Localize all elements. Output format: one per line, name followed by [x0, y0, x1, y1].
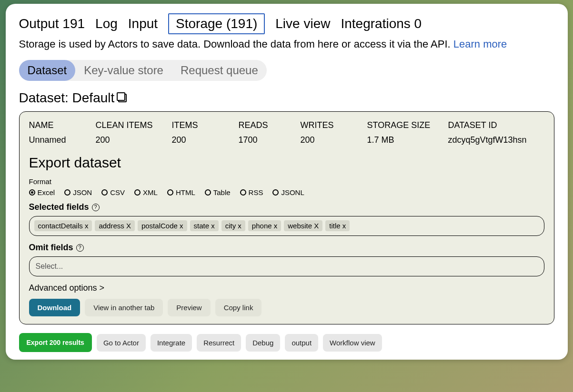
tab-input[interactable]: Input: [128, 16, 158, 31]
omit-fields-box[interactable]: Select...: [29, 256, 544, 276]
stats-hdr-items: ITEMS: [172, 120, 239, 130]
debug-button[interactable]: Debug: [246, 334, 280, 352]
help-icon[interactable]: ?: [92, 204, 100, 211]
description-text: Storage is used by Actors to save data. …: [19, 38, 451, 50]
sub-tab-dataset[interactable]: Dataset: [19, 60, 76, 81]
format-radio-json[interactable]: JSON: [64, 188, 92, 196]
radio-icon: [134, 189, 141, 196]
radio-label: JSONL: [281, 188, 304, 196]
help-icon[interactable]: ?: [76, 244, 84, 252]
storage-description: Storage is used by Actors to save data. …: [19, 38, 554, 50]
format-radio-csv[interactable]: CSV: [101, 188, 125, 196]
tab-log[interactable]: Log: [95, 16, 118, 31]
format-label: Format: [29, 177, 544, 186]
format-radio-table[interactable]: Table: [205, 188, 231, 196]
integrate-button[interactable]: Integrate: [151, 334, 192, 352]
stats-val-items: 200: [172, 135, 239, 145]
radio-icon: [205, 189, 211, 196]
field-chip[interactable]: city x: [221, 220, 245, 231]
preview-button[interactable]: Preview: [168, 299, 210, 316]
stats-hdr-writes: WRITES: [301, 120, 367, 130]
selected-fields-box[interactable]: contactDetails xaddress XpostalCode xsta…: [29, 216, 544, 236]
field-chip[interactable]: address X: [95, 220, 135, 231]
radio-label: Excel: [38, 188, 55, 196]
field-chip[interactable]: contactDetails x: [34, 220, 92, 231]
omit-placeholder: Select...: [34, 261, 539, 272]
format-radios: ExcelJSONCSVXMLHTMLTableRSSJSONL: [29, 188, 544, 196]
download-button[interactable]: Download: [29, 299, 80, 316]
radio-icon: [64, 189, 70, 196]
view-tab-button[interactable]: View in another tab: [85, 299, 163, 316]
storage-sub-tabs: Dataset Key-value store Request queue: [19, 60, 267, 81]
selected-fields-chips: contactDetails xaddress XpostalCode xsta…: [34, 220, 539, 231]
radio-icon: [240, 189, 246, 196]
stats-val-dataset-id: zdcyq5gVtgfW13hsn: [448, 135, 544, 145]
radio-label: HTML: [176, 188, 195, 196]
field-chip[interactable]: postalCode x: [138, 220, 187, 231]
output-button[interactable]: output: [285, 334, 318, 352]
stats-hdr-name: NAME: [29, 120, 96, 130]
copy-link-button[interactable]: Copy link: [215, 299, 262, 316]
export-action-row: Download View in another tab Preview Cop…: [29, 299, 544, 316]
top-tabs: Output 191 Log Input Storage (191) Live …: [19, 13, 554, 34]
stats-val-storage-size: 1.7 MB: [367, 135, 448, 145]
dataset-title-text: Dataset: Default: [19, 90, 115, 106]
omit-fields-text: Omit fields: [29, 243, 73, 253]
export-dataset-title: Export dataset: [29, 155, 544, 171]
sub-tab-kv[interactable]: Key-value store: [75, 60, 172, 81]
stats-val-name: Unnamed: [29, 135, 96, 145]
stats-val-reads: 1700: [239, 135, 301, 145]
radio-label: XML: [143, 188, 158, 196]
stats-hdr-dataset-id: DATASET ID: [448, 120, 544, 130]
learn-more-link[interactable]: Learn more: [453, 38, 507, 50]
radio-icon: [29, 189, 35, 196]
resurrect-button[interactable]: Resurrect: [197, 334, 241, 352]
tab-output[interactable]: Output 191: [19, 16, 85, 31]
field-chip[interactable]: title x: [325, 220, 350, 231]
copy-icon[interactable]: [118, 94, 127, 102]
radio-label: RSS: [249, 188, 263, 196]
field-chip[interactable]: phone x: [248, 220, 281, 231]
tab-integrations[interactable]: Integrations 0: [341, 16, 422, 31]
tab-storage[interactable]: Storage (191): [168, 13, 265, 34]
stats-hdr-reads: READS: [239, 120, 301, 130]
radio-label: Table: [213, 188, 231, 196]
advanced-options-toggle[interactable]: Advanced options >: [29, 283, 544, 293]
tab-liveview[interactable]: Live view: [275, 16, 330, 31]
format-radio-xml[interactable]: XML: [134, 188, 158, 196]
format-radio-jsonl[interactable]: JSONL: [272, 188, 304, 196]
stats-val-writes: 200: [301, 135, 367, 145]
format-radio-html[interactable]: HTML: [167, 188, 195, 196]
dataset-title: Dataset: Default: [19, 90, 554, 106]
radio-icon: [167, 189, 173, 196]
radio-icon: [101, 189, 108, 196]
radio-label: CSV: [110, 188, 125, 196]
stats-hdr-storage-size: STORAGE SIZE: [367, 120, 448, 130]
workflow-view-button[interactable]: Workflow view: [323, 334, 382, 352]
field-chip[interactable]: state x: [190, 220, 219, 231]
field-chip[interactable]: website X: [284, 220, 322, 231]
bottom-action-row: Export 200 results Go to Actor Integrate…: [19, 333, 554, 352]
omit-fields-label: Omit fields ?: [29, 243, 544, 253]
radio-icon: [272, 189, 279, 196]
go-to-actor-button[interactable]: Go to Actor: [97, 334, 146, 352]
dataset-panel: NAME CLEAN ITEMS ITEMS READS WRITES STOR…: [19, 111, 554, 324]
selected-fields-text: Selected fields: [29, 202, 89, 212]
format-radio-rss[interactable]: RSS: [240, 188, 263, 196]
stats-val-clean-items: 200: [96, 135, 172, 145]
selected-fields-label: Selected fields ?: [29, 202, 544, 212]
sub-tab-rq[interactable]: Request queue: [172, 60, 267, 81]
dataset-stats: NAME CLEAN ITEMS ITEMS READS WRITES STOR…: [29, 120, 544, 145]
stats-hdr-clean-items: CLEAN ITEMS: [96, 120, 172, 130]
radio-label: JSON: [73, 188, 92, 196]
format-radio-excel[interactable]: Excel: [29, 188, 55, 196]
export-results-button[interactable]: Export 200 results: [19, 333, 92, 352]
